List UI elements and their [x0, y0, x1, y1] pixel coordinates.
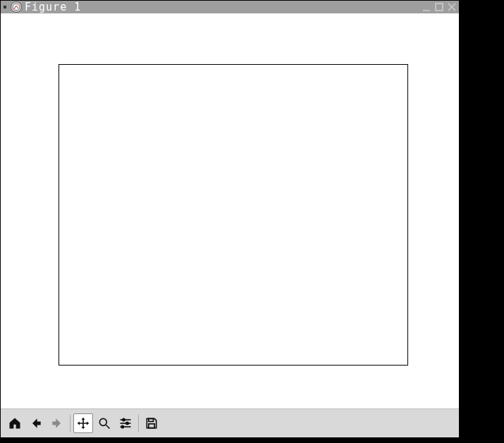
svg-line-6	[106, 425, 110, 429]
window-menu-icon[interactable]	[4, 6, 6, 8]
close-button[interactable]	[446, 1, 457, 13]
svg-point-5	[99, 418, 106, 425]
svg-point-0	[13, 4, 20, 11]
window-title: Figure 1	[25, 1, 421, 13]
home-button[interactable]	[5, 413, 25, 433]
zoom-button[interactable]	[94, 413, 114, 433]
toolbar-separator	[70, 415, 70, 432]
back-button[interactable]	[26, 413, 46, 433]
save-button[interactable]	[142, 413, 161, 433]
figure-canvas[interactable]	[1, 13, 459, 408]
minimize-button[interactable]	[421, 1, 432, 13]
toolbar-separator	[138, 415, 139, 432]
svg-point-8	[123, 418, 125, 420]
plot-axes[interactable]	[59, 64, 408, 366]
svg-point-12	[121, 425, 123, 428]
forward-button[interactable]	[47, 413, 67, 433]
svg-rect-14	[149, 424, 154, 428]
svg-rect-2	[436, 4, 443, 11]
configure-subplots-button[interactable]	[116, 413, 135, 433]
svg-rect-13	[149, 418, 154, 421]
maximize-button[interactable]	[434, 1, 445, 13]
svg-point-10	[126, 422, 128, 424]
navigation-toolbar	[1, 408, 459, 437]
app-icon	[11, 1, 22, 13]
titlebar[interactable]: Figure 1	[1, 1, 459, 13]
pan-button[interactable]	[73, 413, 93, 433]
figure-window: Figure 1	[0, 0, 460, 438]
